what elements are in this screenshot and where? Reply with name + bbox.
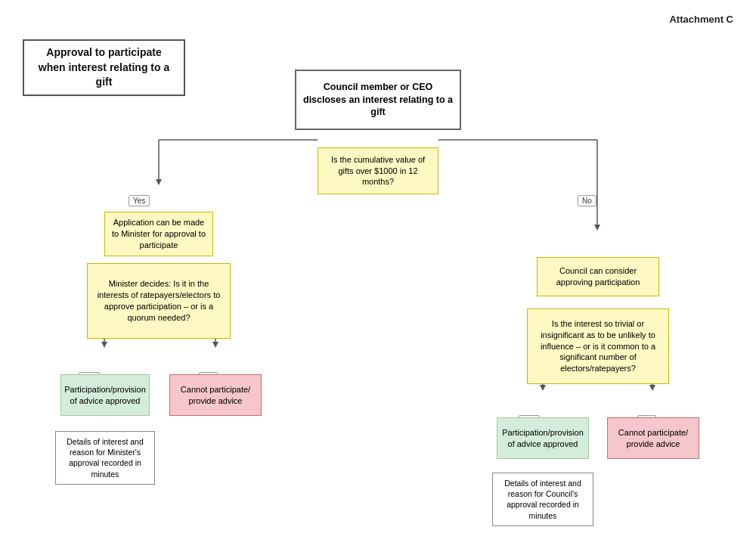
right-trivial-box: Is the interest so trivial or insignific… bbox=[527, 308, 669, 384]
right-red-box: Cannot participate/ provide advice bbox=[607, 417, 699, 459]
start-box: Council member or CEO discloses an inter… bbox=[295, 70, 461, 130]
right-council-box: Council can consider approving participa… bbox=[537, 257, 659, 296]
no-label-right: No bbox=[578, 195, 596, 206]
q1-box: Is the cumulative value of gifts over $1… bbox=[318, 147, 438, 194]
right-green-box: Participation/provision of advice approv… bbox=[497, 417, 589, 459]
flowchart: Council member or CEO discloses an inter… bbox=[0, 30, 756, 558]
attachment-label: Attachment C bbox=[669, 14, 733, 25]
left-green-box: Participation/provision of advice approv… bbox=[60, 374, 150, 416]
left-application-box: Application can be made to Minister for … bbox=[104, 212, 213, 256]
yes-label-left: Yes bbox=[129, 195, 150, 206]
page: Attachment C Approval to participate whe… bbox=[0, 0, 756, 558]
left-minister-box: Minister decides: Is it in the interests… bbox=[87, 263, 231, 339]
left-red-box: Cannot participate/ provide advice bbox=[169, 374, 262, 416]
right-details-box: Details of interest and reason for Counc… bbox=[492, 473, 593, 526]
left-details-box: Details of interest and reason for Minis… bbox=[55, 431, 155, 485]
